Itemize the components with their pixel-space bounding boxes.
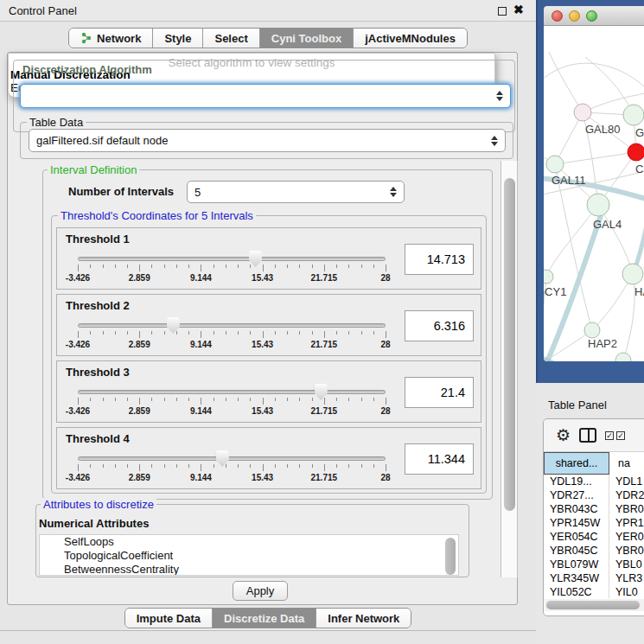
tab-cyni-toolbox[interactable]: Cyni Toolbox (260, 29, 354, 48)
network-canvas[interactable]: GAL80GACGAL11GAL4GCY1HAHAP2 (544, 26, 644, 361)
tab-impute-data[interactable]: Impute Data (125, 609, 213, 628)
slider-ticks (78, 464, 386, 472)
divider (0, 630, 536, 631)
thresholds-list: Threshold 1-3.4262.8599.14415.4321.71528… (51, 215, 487, 494)
threshold-label: Threshold 3 (66, 366, 130, 379)
bottom-tab-bar: Impute Data Discretize Data Infer Networ… (0, 608, 536, 628)
gear-icon[interactable]: ⚙ (556, 427, 571, 443)
zoom-traffic-light[interactable] (586, 10, 597, 22)
interval-definition-title: Interval Definition (48, 163, 139, 176)
attribute-item[interactable]: TopologicalCoefficient (40, 549, 458, 563)
network-node (544, 270, 553, 284)
numerical-attributes-list[interactable]: SelfLoops TopologicalCoefficient Between… (39, 534, 459, 576)
slider-ticks (78, 265, 386, 272)
tab-network-label: Network (97, 32, 141, 45)
table-row[interactable]: YER054CYER0 (544, 530, 644, 544)
slider-tick-labels: -3.4262.8599.14415.4321.71528 (78, 273, 386, 284)
table-toolbar: ⚙ ✓ ✓ (544, 419, 644, 452)
tab-network[interactable]: Network (69, 29, 153, 48)
threshold-label: Threshold 4 (66, 432, 130, 445)
checkbox-checked-icon[interactable]: ✓ (605, 431, 614, 440)
network-node (622, 264, 643, 284)
panel-title: Control Panel (9, 4, 77, 17)
network-graph: GAL80GACGAL11GAL4GCY1HAHAP2 (544, 26, 644, 361)
threshold-label: Threshold 2 (66, 299, 130, 312)
tab-infer-network[interactable]: Infer Network (316, 609, 411, 628)
table-panel-title: Table Panel (548, 399, 607, 411)
slider-track[interactable] (78, 390, 386, 394)
float-window-icon[interactable] (498, 7, 507, 16)
node-label: GAL80 (585, 123, 620, 136)
checkbox-checked-icon[interactable]: ✓ (616, 431, 625, 440)
num-intervals-combobox[interactable]: 5 (187, 181, 405, 203)
cyni-toolbox-content: Discretization Algorithm Select algorith… (7, 52, 518, 605)
table-row[interactable]: YBL079WYBL0 (544, 558, 644, 571)
tab-style[interactable]: Style (153, 29, 203, 48)
discretization-algorithm-title: Discretization Algorithm (20, 63, 155, 76)
table-rows[interactable]: YDL19...YDL1YDR27...YDR2YBR043CYBR0YPR14… (544, 475, 644, 598)
close-icon[interactable]: ✖ (513, 3, 524, 16)
control-panel: Control Panel ✖ Network Style Select Cyn… (0, 0, 536, 644)
node-label: GAL4 (593, 218, 622, 231)
scrollbar-thumb[interactable] (546, 601, 640, 609)
slider-tick-labels: -3.4262.8599.14415.4321.71528 (78, 406, 386, 417)
table-row[interactable]: YLR345WYLR3 (544, 571, 644, 585)
table-panel: Table Panel ⚙ ✓ ✓ shared... na YDL19...Y… (536, 383, 644, 644)
slider-track[interactable] (78, 323, 386, 328)
slider-ticks (78, 331, 386, 339)
attribute-item[interactable]: BetweennessCentrality (40, 563, 458, 576)
table-row[interactable]: YBR045CYBR0 (544, 544, 644, 558)
column-header-name[interactable]: na (609, 452, 644, 475)
threshold-value-field[interactable]: 6.316 (405, 310, 474, 341)
slider-track[interactable] (78, 456, 386, 461)
network-node (584, 322, 600, 338)
table-data-title: Table Data (27, 116, 86, 129)
table-data-combobox[interactable]: galFiltered.sif default node (29, 129, 506, 152)
threshold-row: Threshold 1-3.4262.8599.14415.4321.71528… (56, 227, 481, 290)
column-layout-icon[interactable] (579, 428, 596, 443)
threshold-row: Threshold 4-3.4262.8599.14415.4321.71528… (56, 427, 481, 489)
network-window-titlebar[interactable] (544, 6, 644, 26)
threshold-value-field[interactable]: 21.4 (405, 377, 474, 408)
network-node (615, 353, 631, 361)
table-row[interactable]: YIL052CYIL0 (544, 585, 644, 598)
minimize-traffic-light[interactable] (569, 10, 580, 22)
threshold-value-field[interactable]: 11.344 (405, 443, 474, 475)
table-header: shared... na (544, 452, 644, 475)
network-node (623, 105, 644, 125)
tab-select[interactable]: Select (203, 29, 259, 48)
node-label: HA (634, 285, 644, 298)
apply-button[interactable]: Apply (233, 581, 288, 601)
panel-scrollbar[interactable] (501, 161, 518, 577)
threshold-value-field[interactable]: 14.713 (405, 244, 474, 275)
combo-arrows-icon (390, 187, 397, 197)
threshold-label: Threshold 1 (66, 233, 130, 245)
close-traffic-light[interactable] (552, 10, 563, 22)
list-scrollbar[interactable] (445, 538, 456, 575)
node-label: C (635, 163, 643, 175)
slider-ticks (78, 398, 386, 405)
table-row[interactable]: YDL19...YDL1 (544, 475, 644, 488)
numerical-attributes-label: Numerical Attributes (39, 517, 149, 530)
algorithm-combobox[interactable] (20, 84, 511, 108)
node-label: HAP2 (588, 337, 617, 350)
attribute-item[interactable]: SelfLoops (40, 535, 458, 549)
tab-jactivemnodules[interactable]: jActiveMNodules (354, 29, 467, 48)
table-hscrollbar[interactable] (545, 599, 644, 611)
table-row[interactable]: YBR043CYBR0 (544, 502, 644, 516)
table-container: ⚙ ✓ ✓ shared... na YDL19...YDL1YDR27...Y… (543, 418, 644, 616)
node-label: GAL11 (552, 174, 586, 187)
column-header-shared-name[interactable]: shared... (544, 452, 609, 475)
slider-track[interactable] (78, 257, 386, 261)
table-row[interactable]: YPR145WYPR1 (544, 516, 644, 530)
table-row[interactable]: YDR27...YDR2 (544, 488, 644, 502)
scrollbar-thumb[interactable] (504, 178, 515, 511)
node-label: GA (635, 126, 644, 139)
tab-discretize-data[interactable]: Discretize Data (213, 609, 316, 628)
threshold-row: Threshold 3-3.4262.8599.14415.4321.71528… (56, 360, 481, 423)
combo-arrows-icon (491, 136, 498, 146)
node-label: GCY1 (544, 285, 566, 298)
network-view-window[interactable]: GAL80GACGAL11GAL4GCY1HAHAP2 (536, 0, 644, 383)
top-tab-bar: Network Style Select Cyni Toolbox jActiv… (0, 28, 536, 48)
network-node (587, 194, 609, 216)
